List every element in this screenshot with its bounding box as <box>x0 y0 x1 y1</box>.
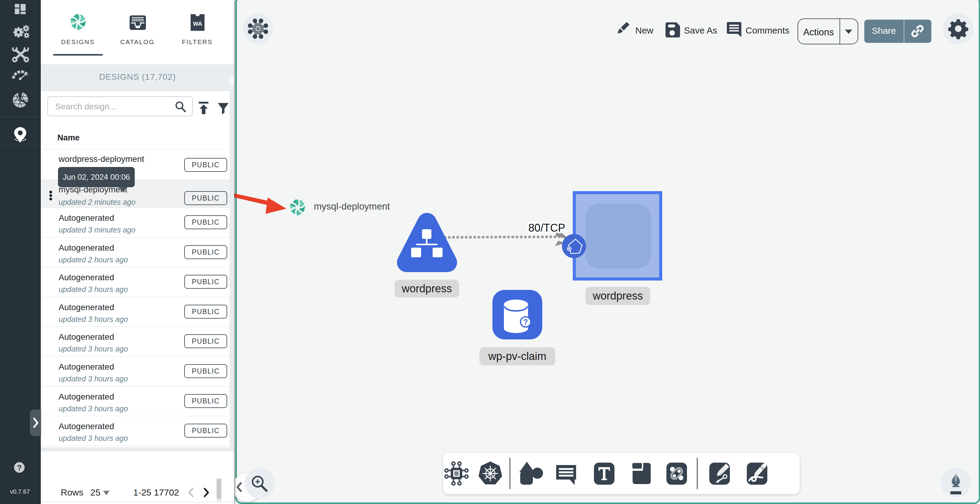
svg-text:WA: WA <box>193 21 202 27</box>
svg-text:80/TCP: 80/TCP <box>528 222 565 234</box>
svg-text:?: ? <box>523 318 528 326</box>
svg-text:v0.7.67: v0.7.67 <box>10 488 30 495</box>
svg-text:?: ? <box>17 463 22 472</box>
